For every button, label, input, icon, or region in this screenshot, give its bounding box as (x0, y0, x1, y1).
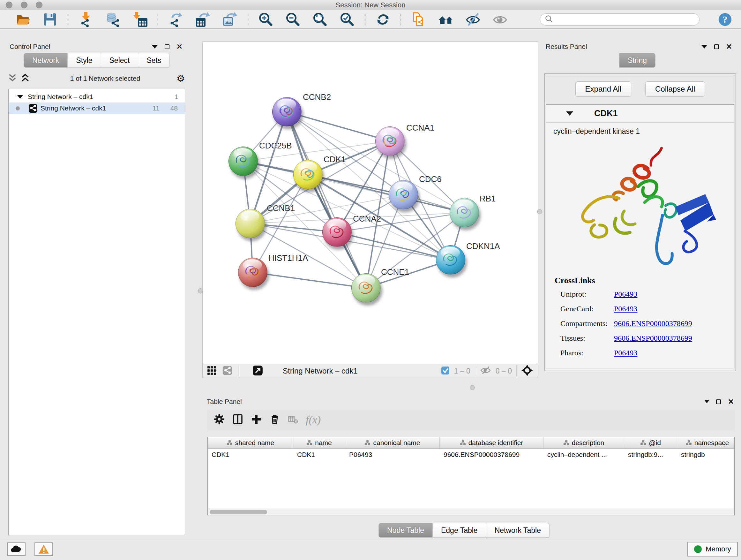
zoom-out-icon[interactable] (285, 12, 300, 27)
panel-float-icon[interactable] (716, 399, 721, 404)
show-all-icon[interactable] (492, 12, 508, 27)
zoom-selected-icon[interactable] (340, 12, 355, 27)
network-canvas[interactable]: CCNB2CCNA1CDC25BCDK1CDC6RB1CCNB1CCNA2CDK… (202, 42, 538, 364)
collapse-entry-icon[interactable] (566, 111, 573, 116)
node-table[interactable]: shared namenamecanonical namedatabase id… (207, 437, 735, 515)
tab-string[interactable]: String (619, 53, 656, 68)
hidden-eye-slash-icon[interactable] (480, 366, 491, 376)
crosslink-link[interactable]: P06493 (614, 305, 637, 313)
warnings-button[interactable] (35, 543, 53, 556)
collection-label: String Network – cdk1 (28, 93, 93, 101)
crosslink-link[interactable]: 9606.ENSP00000378699 (614, 334, 692, 343)
delete-table-icon[interactable] (288, 415, 298, 425)
node-label-rb1: RB1 (480, 194, 496, 204)
network-node-ccnb1[interactable] (235, 209, 265, 238)
cloud-status-button[interactable] (7, 543, 25, 556)
column-header-canonicalname[interactable]: canonical name (345, 437, 440, 448)
export-image-icon[interactable] (222, 12, 238, 27)
table-settings-gear-icon[interactable] (214, 414, 225, 426)
network-share-icon[interactable] (222, 366, 232, 377)
export-network-icon[interactable] (168, 12, 184, 27)
left-splitter-handle[interactable] (198, 288, 203, 294)
network-node-ccne1[interactable] (351, 273, 381, 303)
tab-sets[interactable]: Sets (138, 53, 170, 68)
panel-close-icon[interactable]: ✕ (728, 398, 734, 406)
panel-minimize-icon[interactable] (701, 45, 707, 49)
refresh-icon[interactable] (375, 12, 391, 27)
crosslink-link[interactable]: P06493 (614, 349, 637, 357)
network-node-rb1[interactable] (450, 198, 479, 227)
import-table-icon[interactable] (132, 12, 148, 27)
network-node-ccnb2[interactable] (272, 97, 301, 126)
expand-all-icon[interactable] (21, 74, 29, 83)
save-session-icon[interactable] (43, 12, 58, 27)
expand-all-button[interactable]: Expand All (576, 81, 631, 97)
crosshair-icon[interactable] (521, 364, 533, 378)
network-node-cdc25b[interactable] (228, 146, 258, 176)
network-collection-row[interactable]: String Network – cdk1 1 (9, 91, 185, 103)
memory-button[interactable]: Memory (687, 542, 738, 557)
table-horizontal-scrollbar[interactable] (208, 509, 734, 515)
minimize-window-button[interactable] (21, 2, 27, 8)
open-recent-session-icon[interactable] (411, 12, 426, 27)
crosslink-link[interactable]: P06493 (614, 290, 637, 299)
collection-expand-icon[interactable] (17, 95, 23, 99)
network-node-ccna2[interactable] (322, 217, 352, 247)
zoom-in-icon[interactable] (258, 12, 273, 27)
crosslink-link[interactable]: 9606.ENSP00000378699 (614, 319, 692, 328)
open-session-icon[interactable] (15, 12, 30, 27)
close-window-button[interactable] (6, 2, 12, 8)
network-node-hist1h1a[interactable] (238, 258, 267, 287)
first-neighbors-icon[interactable] (438, 12, 454, 27)
node-detail-header[interactable]: CDK1 (546, 105, 734, 123)
collapse-all-button[interactable]: Collapse All (645, 81, 705, 97)
add-column-icon[interactable] (251, 414, 262, 426)
import-network-icon[interactable] (78, 12, 93, 27)
panel-minimize-icon[interactable] (152, 45, 158, 49)
table-cell: CDK1 (208, 451, 293, 458)
search-box[interactable] (540, 13, 699, 25)
tab-network-table[interactable]: Network Table (486, 523, 549, 538)
column-header-id[interactable]: @id (624, 437, 677, 448)
column-header-databaseidentifier[interactable]: database identifier (440, 437, 543, 448)
panel-close-icon[interactable]: ✕ (177, 43, 183, 51)
panel-close-icon[interactable]: ✕ (726, 43, 732, 51)
selected-checkbox-icon[interactable] (441, 366, 450, 376)
hide-selected-icon[interactable] (465, 12, 481, 27)
network-node-cdk1[interactable] (293, 160, 323, 189)
network-node-ccna1[interactable] (375, 126, 405, 156)
tab-select[interactable]: Select (101, 53, 138, 68)
node-label-ccna1: CCNA1 (406, 123, 434, 133)
column-header-namespace[interactable]: namespace (677, 437, 735, 448)
network-options-gear-icon[interactable]: ⚙ (177, 74, 185, 83)
network-node-cdkn1a[interactable] (436, 245, 465, 274)
birdseye-grid-icon[interactable] (207, 366, 217, 376)
network-row-selected[interactable]: String Network – cdk1 11 48 (9, 103, 185, 114)
column-header-name[interactable]: name (293, 437, 345, 448)
function-builder-icon[interactable]: f(x) (306, 414, 321, 426)
panel-float-icon[interactable] (165, 44, 170, 49)
panel-minimize-icon[interactable] (704, 400, 709, 403)
zoom-fit-icon[interactable] (313, 12, 328, 27)
bottom-splitter-handle[interactable] (470, 385, 475, 390)
help-icon[interactable]: ? (718, 12, 733, 27)
delete-column-trash-icon[interactable] (269, 414, 280, 426)
tab-edge-table[interactable]: Edge Table (433, 523, 486, 538)
panel-float-icon[interactable] (714, 44, 719, 49)
export-table-icon[interactable] (195, 12, 211, 27)
split-columns-icon[interactable] (232, 414, 243, 426)
tab-network[interactable]: Network (23, 53, 68, 68)
table-row[interactable]: CDK1CDK1P064939606.ENSP00000378699cyclin… (208, 449, 734, 461)
collapse-all-icon[interactable] (8, 74, 17, 83)
column-header-sharedname[interactable]: shared name (208, 437, 293, 448)
tab-style[interactable]: Style (68, 53, 101, 68)
open-in-window-icon[interactable] (253, 365, 263, 377)
maximize-window-button[interactable] (36, 2, 43, 8)
hidden-node-edge-counts: 0 – 0 (495, 367, 512, 375)
import-network-database-icon[interactable] (105, 12, 121, 27)
search-input[interactable] (553, 16, 690, 23)
tab-node-table[interactable]: Node Table (379, 523, 433, 538)
network-node-cdc6[interactable] (389, 180, 418, 209)
column-header-description[interactable]: description (543, 437, 624, 448)
scrollbar-thumb[interactable] (210, 510, 267, 514)
